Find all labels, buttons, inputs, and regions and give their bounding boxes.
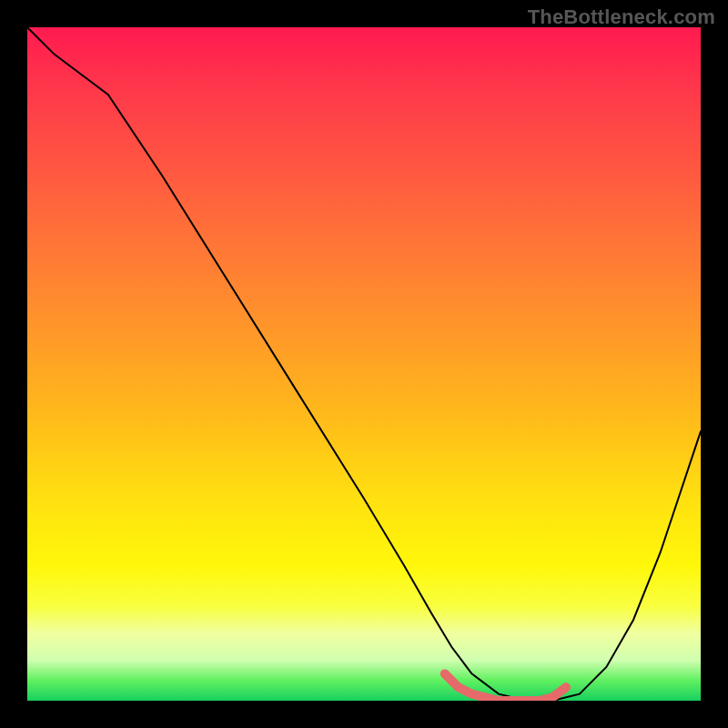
optimal-zone-curve <box>445 673 566 701</box>
chart-svg <box>27 27 701 701</box>
chart-container: TheBottleneck.com <box>0 0 728 728</box>
watermark-label: TheBottleneck.com <box>528 5 715 29</box>
plot-area <box>27 27 701 701</box>
bottleneck-curve <box>27 27 701 701</box>
